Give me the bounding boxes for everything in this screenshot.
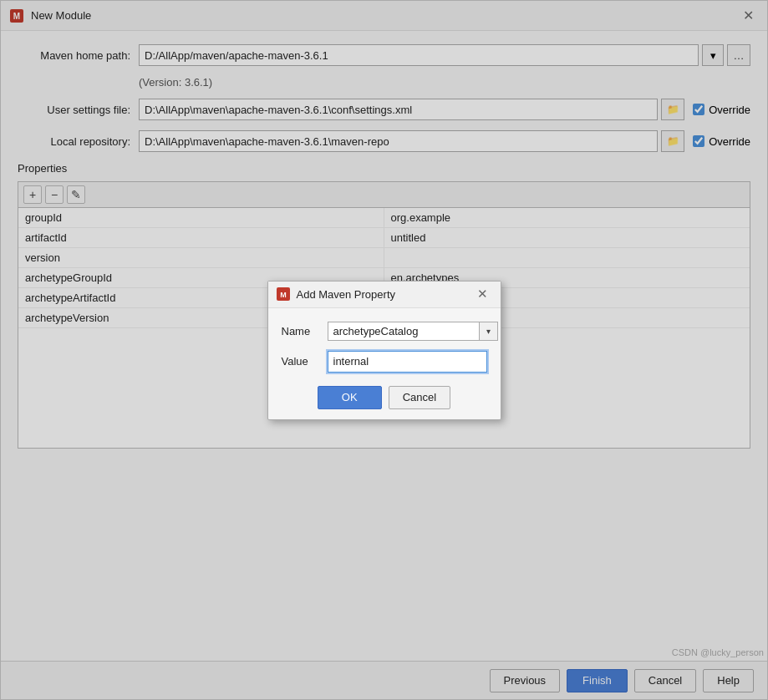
modal-title-left: M Add Maven Property xyxy=(277,287,396,301)
modal-icon: M xyxy=(277,287,290,301)
modal-value-label: Value xyxy=(282,355,328,368)
modal-name-label: Name xyxy=(282,325,328,337)
modal-name-dropdown[interactable]: ▾ xyxy=(479,322,497,340)
modal-title-text: Add Maven Property xyxy=(297,288,396,301)
modal-cancel-button[interactable]: Cancel xyxy=(389,386,450,409)
add-maven-property-modal: M Add Maven Property ✕ Name ▾ xyxy=(267,281,501,420)
modal-title-bar: M Add Maven Property ✕ xyxy=(268,282,501,308)
modal-overlay: M Add Maven Property ✕ Name ▾ xyxy=(1,1,767,699)
modal-close-button[interactable]: ✕ xyxy=(473,285,492,303)
modal-body: Name ▾ Value OK xyxy=(268,308,501,419)
main-window: M New Module ✕ Maven home path: ▾ … (Ver… xyxy=(0,0,768,700)
modal-name-row: Name ▾ xyxy=(282,322,487,341)
modal-value-row: Value xyxy=(282,351,487,373)
modal-name-group: ▾ xyxy=(328,322,498,341)
svg-text:M: M xyxy=(280,291,287,299)
modal-value-input[interactable] xyxy=(328,351,487,373)
chevron-down-icon-2: ▾ xyxy=(486,327,491,336)
modal-ok-button[interactable]: OK xyxy=(318,386,382,409)
modal-buttons: OK Cancel xyxy=(282,383,487,409)
modal-name-input[interactable] xyxy=(328,322,479,340)
